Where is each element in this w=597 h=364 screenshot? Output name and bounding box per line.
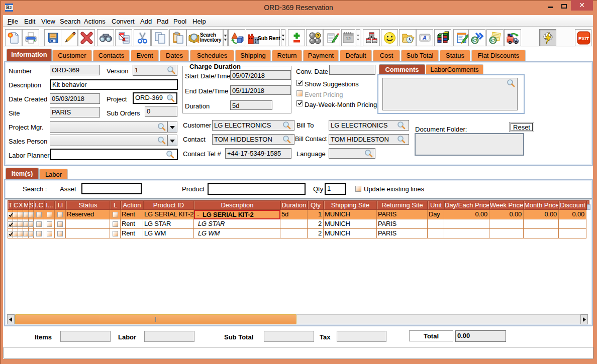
svg-text:A: A — [422, 35, 427, 41]
svg-text:$: $ — [473, 37, 477, 44]
svg-text:$: $ — [491, 37, 495, 44]
svg-text:?: ? — [317, 33, 320, 38]
svg-text:12: 12 — [346, 36, 351, 41]
svg-text:EXIT: EXIT — [578, 36, 589, 41]
